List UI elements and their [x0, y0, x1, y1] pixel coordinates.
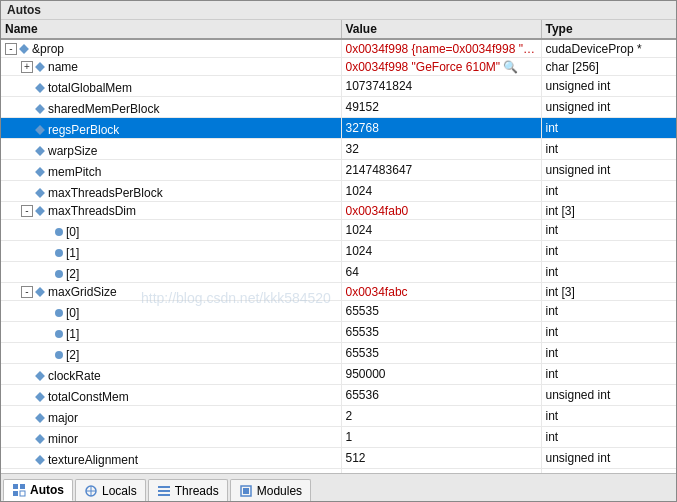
row-value-cell: 950000 — [341, 364, 541, 385]
table-row[interactable]: [0]65535int — [1, 301, 676, 322]
table-row[interactable]: [2]65535int — [1, 343, 676, 364]
table-row[interactable]: -maxThreadsDim0x0034fab0int [3] — [1, 202, 676, 220]
diamond-icon — [35, 371, 45, 381]
row-value-cell: 512 — [341, 448, 541, 469]
table-row[interactable]: major2int — [1, 406, 676, 427]
row-name-text: sharedMemPerBlock — [48, 102, 159, 116]
row-type-cell: unsigned int — [541, 385, 676, 406]
row-value-cell: 65536 — [341, 385, 541, 406]
table-row[interactable]: memPitch2147483647unsigned int — [1, 160, 676, 181]
row-type-cell: int — [541, 322, 676, 343]
row-name-text: memPitch — [48, 165, 101, 179]
table-row[interactable]: sharedMemPerBlock49152unsigned int — [1, 97, 676, 118]
svg-rect-2 — [13, 491, 18, 496]
row-name-cell: regsPerBlock — [1, 118, 341, 139]
row-name-cell: +name — [1, 58, 341, 76]
svg-rect-0 — [13, 484, 18, 489]
row-type-cell: cudaDeviceProp * — [541, 39, 676, 58]
row-type-cell: int — [541, 364, 676, 385]
col-name-header: Name — [1, 20, 341, 39]
row-value-cell: 49152 — [341, 97, 541, 118]
table-row[interactable]: +name0x0034f998 "GeForce 610M" 🔍char [25… — [1, 58, 676, 76]
row-type-cell: int — [541, 181, 676, 202]
row-name-text: [1] — [66, 246, 79, 260]
table-row[interactable]: regsPerBlock32768int — [1, 118, 676, 139]
row-value-cell: 1024 — [341, 241, 541, 262]
diamond-icon — [35, 206, 45, 216]
row-type-cell: char [256] — [541, 58, 676, 76]
diamond-icon — [35, 188, 45, 198]
row-name-cell: [1] — [1, 322, 341, 343]
diamond-icon — [35, 146, 45, 156]
table-row[interactable]: totalGlobalMem1073741824unsigned int — [1, 76, 676, 97]
row-value-cell: 0x0034fabc — [341, 283, 541, 301]
row-type-cell: int — [541, 118, 676, 139]
table-row[interactable]: texturePitchAlignment32unsigned int — [1, 469, 676, 474]
diamond-icon — [35, 104, 45, 114]
tab-label-locals: Locals — [102, 484, 137, 498]
diamond-icon — [35, 62, 45, 72]
diamond-icon — [35, 167, 45, 177]
diamond-icon — [35, 83, 45, 93]
row-value-cell: 1073741824 — [341, 76, 541, 97]
table-row[interactable]: [2]64int — [1, 262, 676, 283]
row-name-cell: [2] — [1, 262, 341, 283]
row-name-cell: -maxThreadsDim — [1, 202, 341, 220]
table-row[interactable]: [0]1024int — [1, 220, 676, 241]
table-row[interactable]: -&prop0x0034f998 {name=0x0034f998 "GeFor… — [1, 39, 676, 58]
row-name-text: [0] — [66, 225, 79, 239]
row-name-text: clockRate — [48, 369, 101, 383]
row-name-text: major — [48, 411, 78, 425]
collapse-button[interactable]: - — [21, 286, 33, 298]
row-name-cell: minor — [1, 427, 341, 448]
table-container[interactable]: Name Value Type -&prop0x0034f998 {name=0… — [1, 20, 676, 473]
row-name-cell: -&prop — [1, 39, 341, 58]
tab-autos[interactable]: Autos — [3, 479, 73, 501]
row-name-text: regsPerBlock — [48, 123, 119, 137]
dot-icon — [55, 330, 63, 338]
autos-window: Autos http://blog.csdn.net/kkk584520 Nam… — [0, 0, 677, 502]
row-name-text: maxThreadsDim — [48, 204, 136, 218]
table-row[interactable]: maxThreadsPerBlock1024int — [1, 181, 676, 202]
row-name-cell: textureAlignment — [1, 448, 341, 469]
table-row[interactable]: textureAlignment512unsigned int — [1, 448, 676, 469]
collapse-button[interactable]: - — [21, 205, 33, 217]
row-type-cell: unsigned int — [541, 76, 676, 97]
table-row[interactable]: minor1int — [1, 427, 676, 448]
diamond-icon — [19, 44, 29, 54]
svg-rect-11 — [243, 488, 249, 494]
svg-rect-3 — [20, 491, 25, 496]
title-bar: Autos — [1, 1, 676, 20]
autos-icon — [12, 483, 26, 497]
row-type-cell: int [3] — [541, 202, 676, 220]
row-value-cell: 2 — [341, 406, 541, 427]
table-header-row: Name Value Type — [1, 20, 676, 39]
row-name-cell: major — [1, 406, 341, 427]
table-row[interactable]: [1]65535int — [1, 322, 676, 343]
table-row[interactable]: totalConstMem65536unsigned int — [1, 385, 676, 406]
tab-threads[interactable]: Threads — [148, 479, 228, 501]
table-row[interactable]: clockRate950000int — [1, 364, 676, 385]
row-type-cell: int — [541, 406, 676, 427]
table-row[interactable]: warpSize32int — [1, 139, 676, 160]
tab-locals[interactable]: Locals — [75, 479, 146, 501]
row-name-cell: sharedMemPerBlock — [1, 97, 341, 118]
table-row[interactable]: -maxGridSize0x0034fabcint [3] — [1, 283, 676, 301]
expand-button[interactable]: + — [21, 61, 33, 73]
svg-rect-7 — [158, 486, 170, 488]
row-name-text: name — [48, 60, 78, 74]
row-value-cell: 32 — [341, 469, 541, 474]
row-value-cell: 64 — [341, 262, 541, 283]
table-row[interactable]: [1]1024int — [1, 241, 676, 262]
tab-modules[interactable]: Modules — [230, 479, 311, 501]
diamond-icon — [35, 434, 45, 444]
row-name-cell: clockRate — [1, 364, 341, 385]
row-type-cell: unsigned int — [541, 97, 676, 118]
tab-label-modules: Modules — [257, 484, 302, 498]
diamond-icon — [35, 413, 45, 423]
collapse-button[interactable]: - — [5, 43, 17, 55]
tab-label-autos: Autos — [30, 483, 64, 497]
row-type-cell: unsigned int — [541, 448, 676, 469]
modules-icon — [239, 484, 253, 498]
row-value-cell: 0x0034fab0 — [341, 202, 541, 220]
